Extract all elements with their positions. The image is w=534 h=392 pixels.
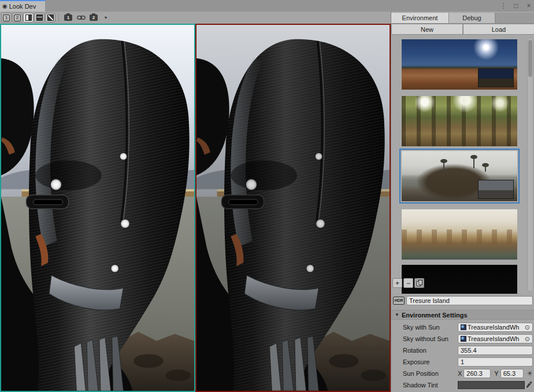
- object-picker-icon[interactable]: ⊙: [525, 324, 530, 331]
- hdri-inset-preview: [478, 180, 514, 199]
- rotation-field[interactable]: 355.4: [458, 346, 533, 355]
- sun-position-y-field[interactable]: 65.3: [500, 369, 524, 378]
- palm-tree: [443, 162, 444, 170]
- single-view-2-icon: 2: [14, 14, 21, 21]
- hdri-list-actions: + −: [392, 278, 425, 288]
- setting-row-shadow-tint: Shadow Tint: [391, 379, 534, 391]
- split-screen-view-button[interactable]: [34, 13, 44, 23]
- hdri-name-field[interactable]: Tresure Island: [406, 296, 533, 305]
- hdri-list: + −: [391, 35, 534, 294]
- eye-icon: ◉: [2, 3, 8, 9]
- tab-debug-label: Debug: [462, 14, 481, 21]
- sun-position-y-value: 65.3: [503, 370, 516, 377]
- render-scene: [1, 25, 194, 391]
- lookdev-view-1[interactable]: [0, 24, 195, 392]
- setting-row-sky-with-sun: Sky with Sun TreasureIslandWh ⊙: [391, 321, 534, 333]
- object-field-value: TreasureIslandWh: [468, 335, 524, 342]
- single-view-1-button[interactable]: 1: [1, 13, 12, 23]
- window-menu-icon[interactable]: ⋮: [499, 1, 507, 11]
- palm-tree: [485, 166, 486, 172]
- remove-hdri-button[interactable]: −: [403, 278, 413, 288]
- setting-label: Rotation: [403, 347, 427, 354]
- zone-view-button[interactable]: [45, 13, 55, 23]
- single-view-2-button[interactable]: 2: [12, 13, 23, 23]
- lookdev-window: ◉ Look Dev ⋮ □ × 1 2 1: [0, 0, 534, 392]
- sun-position-fields: X 260.3 Y 65.3 ☀: [458, 369, 533, 378]
- object-field-value: TreasureIslandWh: [468, 324, 524, 331]
- window-tab-title: Look Dev: [9, 3, 36, 10]
- exposure-value: 1: [461, 358, 464, 365]
- setting-label: Exposure: [403, 358, 429, 365]
- camera-1-icon: 1: [64, 14, 72, 21]
- panel-tabs: Environment Debug: [391, 13, 534, 24]
- window-controls: ⋮ □ ×: [499, 1, 533, 11]
- environment-settings-title: Environment Settings: [402, 312, 468, 319]
- environment-panel: Environment Debug New Load: [391, 12, 534, 392]
- setting-row-exposure: Exposure 1: [391, 356, 534, 368]
- hdri-inset-preview: [478, 68, 514, 87]
- duplicate-hdri-button[interactable]: [414, 278, 424, 288]
- sky-without-sun-field[interactable]: TreasureIslandWh ⊙: [458, 334, 533, 343]
- environment-settings-header[interactable]: ▼ Environment Settings: [391, 310, 534, 320]
- setting-label: Sun Position: [403, 370, 439, 377]
- render-scene: [196, 25, 390, 391]
- camera-1-button[interactable]: 1: [62, 13, 74, 23]
- setting-row-rotation: Rotation 355.4: [391, 345, 534, 356]
- titlebar: ◉ Look Dev ⋮ □ ×: [0, 0, 534, 12]
- maximize-icon[interactable]: □: [512, 1, 520, 11]
- setting-label: Sky with Sun: [403, 324, 440, 331]
- link-cameras-button[interactable]: [75, 13, 87, 23]
- hdri-thumbnail-church[interactable]: [402, 209, 517, 260]
- split-screen-icon: [36, 14, 43, 21]
- lookdev-viewport: [0, 24, 391, 392]
- hdri-thumbnail-forest[interactable]: [402, 96, 517, 146]
- setting-label: Shadow Tint: [403, 382, 438, 389]
- x-axis-label: X: [458, 370, 462, 377]
- setting-row-sky-without-sun: Sky without Sun TreasureIslandWh ⊙: [391, 333, 534, 345]
- lookdev-toolbar: 1 2 1 2 ▼: [0, 12, 391, 24]
- sun-picker-icon[interactable]: ☀: [526, 370, 533, 377]
- setting-label: Sky without Sun: [403, 335, 448, 342]
- rotation-value: 355.4: [461, 347, 477, 354]
- single-view-1-icon: 1: [3, 14, 10, 21]
- hdri-name-value: Tresure Island: [409, 297, 450, 304]
- duplicate-icon: [417, 280, 422, 286]
- lookdev-view-2[interactable]: [195, 24, 391, 392]
- exposure-field[interactable]: 1: [458, 357, 533, 367]
- load-button[interactable]: Load: [463, 24, 534, 35]
- camera-2-icon: 2: [90, 14, 98, 21]
- environment-actions: New Load: [391, 24, 534, 35]
- texture-icon: [461, 324, 466, 330]
- setting-row-sun-position: Sun Position X 260.3 Y 65.3 ☀: [391, 368, 534, 379]
- camera-2-button[interactable]: 2: [88, 13, 99, 23]
- tab-debug[interactable]: Debug: [449, 13, 495, 23]
- side-by-side-icon: [25, 14, 32, 21]
- side-by-side-view-button[interactable]: [23, 13, 34, 23]
- foldout-icon: ▼: [395, 312, 399, 317]
- sun-position-x-field[interactable]: 260.3: [463, 369, 491, 378]
- new-button[interactable]: New: [391, 24, 463, 35]
- tab-environment-label: Environment: [402, 14, 438, 21]
- link-icon: [77, 15, 86, 20]
- hdri-thumbnail-outback[interactable]: [402, 39, 517, 90]
- close-icon[interactable]: ×: [525, 1, 533, 11]
- hdr-name-row: HDR Tresure Island: [393, 295, 533, 306]
- tab-environment[interactable]: Environment: [391, 13, 449, 23]
- scrollbar-thumb[interactable]: [528, 40, 532, 77]
- shadow-tint-swatch[interactable]: [458, 381, 525, 389]
- eyedropper-icon[interactable]: [525, 381, 532, 389]
- environment-settings-rows: Sky with Sun TreasureIslandWh ⊙ Sky with…: [391, 321, 534, 391]
- texture-icon: [461, 336, 466, 342]
- camera-dropdown-arrow[interactable]: ▼: [101, 13, 111, 23]
- hdri-list-scrollbar[interactable]: [527, 38, 533, 292]
- sky-with-sun-field[interactable]: TreasureIslandWh ⊙: [458, 323, 533, 332]
- zone-split-icon: [47, 14, 54, 21]
- palm-tree: [473, 158, 474, 168]
- tab-look-dev[interactable]: ◉ Look Dev: [0, 0, 45, 12]
- y-axis-label: Y: [494, 370, 498, 377]
- object-picker-icon[interactable]: ⊙: [525, 335, 530, 343]
- sun-position-x-value: 260.3: [466, 370, 483, 377]
- toolbar-separator: [58, 14, 59, 22]
- hdri-thumbnail-treasure-island[interactable]: [402, 151, 517, 201]
- add-hdri-button[interactable]: +: [392, 278, 402, 288]
